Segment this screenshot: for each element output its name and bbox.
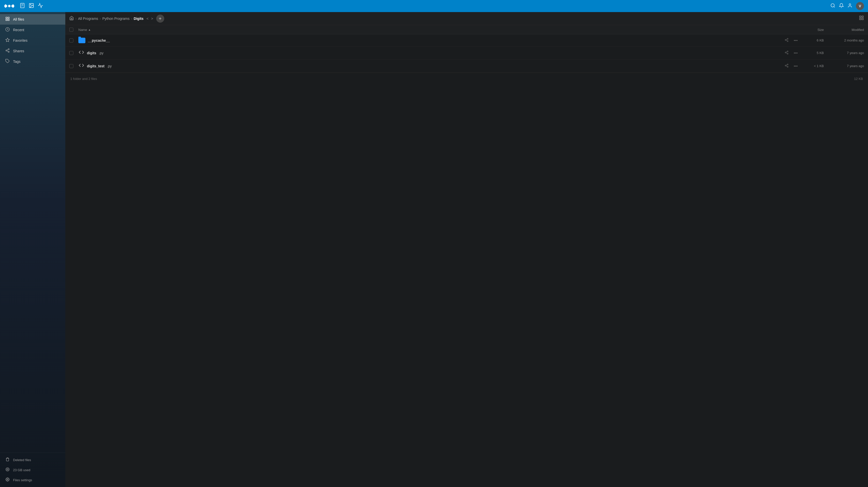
main-layout: All files Recent Favorites: [0, 12, 868, 487]
deleted-files-icon: [5, 457, 10, 462]
table-row[interactable]: digits.py ••• 5 KB: [65, 47, 868, 60]
svg-line-39: [786, 39, 787, 40]
topnav-right: V: [830, 2, 864, 10]
svg-line-49: [786, 65, 787, 65]
sidebar-item-all-files[interactable]: All files: [0, 14, 65, 25]
search-icon[interactable]: [830, 3, 835, 9]
svg-point-23: [6, 50, 7, 51]
filename-ext: .py: [99, 51, 103, 55]
shares-icon: [5, 48, 10, 54]
svg-point-36: [785, 39, 786, 40]
svg-rect-7: [21, 3, 24, 7]
footer-total-size: 12 KB: [854, 77, 863, 81]
sidebar-nav: All files Recent Favorites: [0, 12, 65, 453]
sidebar-item-label: Deleted files: [13, 458, 31, 462]
svg-line-14: [834, 6, 835, 7]
svg-rect-19: [6, 19, 7, 21]
sidebar-item-label: 23 GB used: [13, 468, 30, 472]
app-logo[interactable]: [4, 2, 14, 9]
code-file-icon: [79, 50, 84, 56]
svg-point-12: [30, 4, 31, 5]
row-size-digits-test: < 1 KB: [799, 64, 824, 68]
sidebar-item-deleted-files[interactable]: Deleted files: [0, 455, 65, 465]
activity-nav-icon[interactable]: [38, 3, 43, 9]
svg-point-47: [787, 66, 788, 67]
svg-point-5: [8, 5, 10, 7]
breadcrumb-back-icon[interactable]: <: [146, 16, 149, 21]
breadcrumb-sep-2: ›: [100, 17, 101, 21]
row-checkbox-pycache[interactable]: [69, 38, 73, 42]
breadcrumb-home-icon[interactable]: [69, 16, 74, 21]
header-checkbox-col: [69, 28, 79, 32]
row-checkbox-digits-test[interactable]: [69, 64, 73, 68]
row-actions: •••: [784, 50, 799, 56]
select-all-checkbox[interactable]: [69, 28, 73, 32]
svg-rect-16: [6, 17, 7, 18]
sidebar-item-label: Recent: [13, 28, 24, 32]
tags-icon: [5, 59, 10, 64]
svg-point-29: [7, 469, 8, 470]
svg-point-28: [6, 468, 9, 471]
sidebar-item-label: Shares: [13, 49, 24, 53]
row-checkbox-digits[interactable]: [69, 51, 73, 55]
sidebar-item-label: All files: [13, 17, 24, 21]
files-nav-icon[interactable]: [20, 3, 25, 9]
breadcrumb-current: Digits: [134, 17, 144, 21]
svg-line-25: [7, 51, 8, 52]
svg-rect-32: [862, 16, 864, 18]
share-action-icon[interactable]: [784, 50, 789, 56]
more-actions-icon[interactable]: •••: [793, 50, 799, 56]
sidebar-item-tags[interactable]: Tags: [0, 56, 65, 67]
svg-point-30: [7, 479, 8, 480]
svg-line-48: [786, 66, 787, 67]
avatar[interactable]: V: [856, 2, 864, 10]
storage-icon: [5, 467, 10, 473]
sidebar-item-recent[interactable]: Recent: [0, 25, 65, 35]
svg-point-22: [8, 49, 9, 50]
filename-ext: .py: [107, 64, 112, 68]
svg-point-4: [5, 5, 7, 7]
svg-line-38: [786, 40, 787, 41]
breadcrumb-python-programs[interactable]: Python Programs: [102, 17, 129, 21]
row-size-digits: 5 KB: [799, 51, 824, 55]
breadcrumb-sep-1: ›: [75, 17, 76, 21]
svg-rect-17: [8, 17, 9, 18]
photos-nav-icon[interactable]: [29, 3, 34, 9]
add-button[interactable]: +: [156, 14, 164, 23]
sidebar-item-shares[interactable]: Shares: [0, 46, 65, 56]
topnav-left: [4, 2, 43, 9]
svg-point-46: [785, 65, 786, 66]
breadcrumb-all-programs[interactable]: All Programs: [78, 17, 98, 21]
sidebar-item-files-settings[interactable]: Files settings: [0, 475, 65, 485]
svg-point-15: [849, 3, 851, 5]
table-row[interactable]: __pycache__ ••• 6 KB: [65, 34, 868, 47]
folder-icon: [79, 38, 85, 43]
table-row[interactable]: digits_test.py ••• < 1: [65, 60, 868, 72]
col-modified-header: Modified: [824, 28, 864, 32]
bell-icon[interactable]: [839, 3, 844, 9]
more-actions-icon[interactable]: •••: [793, 63, 799, 69]
col-name-header[interactable]: Name ▲: [79, 28, 799, 32]
svg-point-35: [787, 38, 788, 39]
view-toggle-icon[interactable]: [859, 16, 864, 21]
svg-rect-34: [860, 18, 861, 20]
share-action-icon[interactable]: [784, 37, 789, 43]
svg-point-6: [11, 5, 14, 7]
share-action-icon[interactable]: [784, 63, 789, 69]
sidebar: All files Recent Favorites: [0, 12, 65, 487]
sidebar-item-storage[interactable]: 23 GB used: [0, 465, 65, 475]
breadcrumb-forward-icon[interactable]: >: [150, 16, 154, 21]
footer-summary: 1 folder and 2 files: [70, 77, 97, 81]
all-files-icon: [5, 17, 10, 22]
svg-line-43: [786, 53, 787, 54]
contacts-icon[interactable]: [847, 3, 852, 9]
content-area: › All Programs › Python Programs › Digit…: [65, 12, 868, 487]
sidebar-item-favorites[interactable]: Favorites: [0, 35, 65, 46]
row-modified-digits-test: 7 years ago: [824, 64, 864, 68]
row-name-digits: digits.py: [79, 50, 430, 56]
more-actions-icon[interactable]: •••: [793, 38, 799, 43]
code-file-icon: [79, 63, 84, 69]
row-check-digits-test: [69, 64, 79, 68]
col-size-header: Size: [799, 28, 824, 32]
svg-point-37: [787, 41, 788, 42]
